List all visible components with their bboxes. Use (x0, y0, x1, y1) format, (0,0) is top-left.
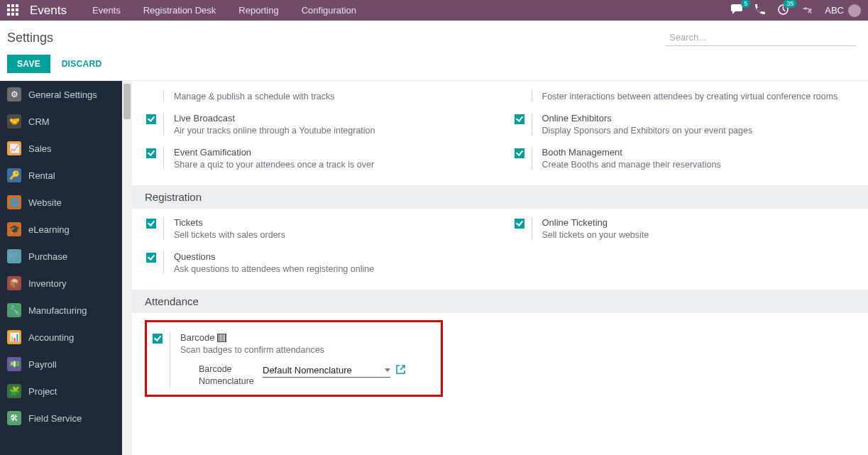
section-attendance-header: Attendance (132, 290, 868, 313)
activities-badge: 35 (784, 0, 796, 8)
checkbox-tickets[interactable] (146, 219, 156, 229)
globe-icon: 🌐 (7, 195, 21, 209)
user-menu[interactable]: ABC (825, 4, 861, 17)
ledger-icon: 📊 (7, 330, 21, 344)
settings-sidebar: ⚙General Settings 🤝CRM 📈Sales 🔑Rental 🌐W… (0, 81, 122, 455)
sidebar-item-label: Website (28, 197, 62, 208)
gear-icon: ⚙ (7, 87, 21, 102)
page-title: Settings (7, 31, 53, 45)
sidebar-item-label: Purchase (28, 251, 67, 262)
external-link-icon[interactable] (396, 365, 405, 376)
nav-reporting[interactable]: Reporting (229, 1, 288, 19)
sidebar-item-project[interactable]: 🧩Project (0, 378, 122, 405)
discard-button[interactable]: DISCARD (62, 59, 102, 69)
nav-registration-desk[interactable]: Registration Desk (133, 1, 226, 19)
option-desc: Scan badges to confirm attendances (180, 345, 405, 355)
sidebar-item-crm[interactable]: 🤝CRM (0, 108, 122, 135)
sidebar-item-label: Project (28, 386, 57, 397)
select-value: Default Nomenclature (263, 365, 352, 375)
sidebar-item-label: Manufacturing (28, 305, 87, 316)
option-desc: Air your tracks online through a Youtube… (174, 126, 375, 136)
checkbox-booth-management[interactable] (515, 148, 524, 158)
sidebar-item-label: eLearning (28, 224, 70, 235)
option-title: Booth Management (542, 147, 721, 158)
sidebar-item-field-service[interactable]: 🛠Field Service (0, 405, 122, 432)
chevron-down-icon (385, 368, 390, 372)
top-navigation: Events Registration Desk Reporting Confi… (82, 1, 731, 19)
option-desc: Display Sponsors and Exhibitors on your … (542, 126, 753, 136)
avatar (848, 4, 861, 17)
cart-icon: 🛒 (7, 249, 21, 263)
scrollbar[interactable] (122, 81, 132, 455)
checkbox-event-gamification[interactable] (146, 148, 156, 158)
option-title: Questions (174, 251, 374, 262)
option-desc: Ask questions to attendees when register… (174, 264, 374, 274)
section-registration-header: Registration (132, 185, 868, 209)
nav-configuration[interactable]: Configuration (292, 1, 366, 19)
checkbox-live-broadcast[interactable] (146, 114, 156, 124)
checkbox-online-exhibitors[interactable] (515, 114, 524, 124)
sidebar-item-general-settings[interactable]: ⚙General Settings (0, 81, 122, 108)
sidebar-item-label: Accounting (28, 332, 74, 343)
box-icon: 📦 (7, 276, 21, 290)
checkbox-questions[interactable] (146, 253, 156, 263)
activities-icon[interactable]: 35 (778, 4, 789, 17)
option-title: Barcode (180, 332, 405, 343)
graduation-icon: 🎓 (7, 222, 21, 236)
sidebar-item-label: CRM (28, 116, 50, 127)
option-title: Event Gamification (174, 147, 374, 158)
option-desc: Create Booths and manage their reservati… (542, 160, 721, 170)
option-desc: Sell tickets on your website (542, 230, 649, 240)
messaging-icon[interactable]: 5 (731, 4, 742, 16)
tools-icon: 🛠 (7, 411, 21, 425)
sidebar-item-inventory[interactable]: 📦Inventory (0, 270, 122, 297)
sidebar-item-label: General Settings (28, 89, 97, 100)
app-title: Events (30, 4, 67, 18)
sidebar-item-elearning[interactable]: 🎓eLearning (0, 216, 122, 243)
barcode-setting-highlight: Barcode Scan badges to confirm attendanc… (145, 320, 443, 397)
debug-icon[interactable] (801, 4, 812, 17)
search-input[interactable] (665, 29, 857, 46)
barcode-nomenclature-select[interactable]: Default Nomenclature (263, 363, 390, 378)
phone-icon[interactable] (755, 4, 765, 16)
option-desc: Sell tickets with sales orders (174, 230, 285, 240)
option-title: Tickets (174, 217, 285, 228)
wrench-icon: 🔧 (7, 303, 21, 317)
option-desc: Share a quiz to your attendees once a tr… (174, 160, 374, 170)
sidebar-item-payroll[interactable]: 💵Payroll (0, 351, 122, 378)
option-desc: Foster interactions between attendees by… (542, 92, 838, 102)
sidebar-item-label: Sales (28, 143, 52, 154)
key-icon: 🔑 (7, 168, 21, 182)
sidebar-item-label: Rental (28, 170, 55, 181)
sidebar-item-website[interactable]: 🌐Website (0, 189, 122, 216)
option-desc: Manage & publish a schedule with tracks (174, 92, 335, 102)
sidebar-item-label: Inventory (28, 278, 66, 289)
checkbox-barcode[interactable] (153, 334, 163, 344)
sidebar-item-label: Field Service (28, 413, 82, 424)
puzzle-icon: 🧩 (7, 384, 21, 398)
chart-icon: 📈 (7, 141, 21, 155)
money-icon: 💵 (7, 357, 21, 371)
option-title: Online Ticketing (542, 217, 649, 228)
settings-content: Manage & publish a schedule with tracks … (132, 81, 868, 455)
sidebar-item-label: Payroll (28, 359, 57, 370)
apps-launcher-icon[interactable] (7, 4, 20, 17)
nav-events[interactable]: Events (82, 1, 131, 19)
messaging-badge: 5 (741, 0, 750, 8)
barcode-icon (217, 334, 226, 342)
barcode-nomenclature-label: Barcode Nomenclature (199, 363, 256, 388)
checkbox-online-ticketing[interactable] (515, 219, 524, 229)
handshake-icon: 🤝 (7, 114, 21, 128)
option-title: Online Exhibitors (542, 113, 753, 124)
save-button[interactable]: SAVE (7, 55, 50, 73)
option-title: Live Broadcast (174, 113, 375, 124)
sidebar-item-accounting[interactable]: 📊Accounting (0, 324, 122, 351)
sidebar-item-manufacturing[interactable]: 🔧Manufacturing (0, 297, 122, 324)
user-name: ABC (825, 5, 844, 16)
sidebar-item-purchase[interactable]: 🛒Purchase (0, 243, 122, 270)
sidebar-item-sales[interactable]: 📈Sales (0, 135, 122, 162)
sidebar-item-rental[interactable]: 🔑Rental (0, 162, 122, 189)
